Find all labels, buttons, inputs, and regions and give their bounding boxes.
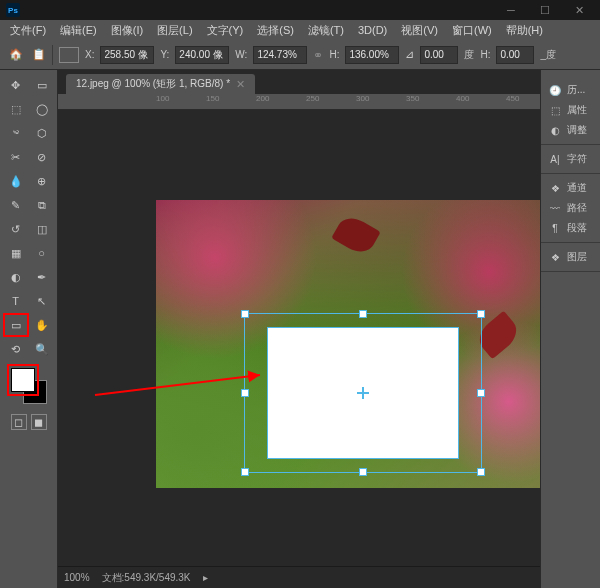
panel-paths[interactable]: 〰路径	[541, 198, 600, 218]
tool-blur[interactable]: ○	[30, 242, 54, 264]
menu-file[interactable]: 文件(F)	[4, 21, 52, 40]
ruler-tick: 400	[456, 94, 469, 103]
panel-channels[interactable]: ❖通道	[541, 178, 600, 198]
panel-label: 图层	[567, 250, 587, 264]
transform-bounding-box[interactable]	[244, 313, 482, 473]
angle-unit: 度	[464, 48, 474, 62]
h-label: H:	[329, 49, 339, 60]
layers-icon: ❖	[547, 250, 563, 264]
menubar: 文件(F) 编辑(E) 图像(I) 图层(L) 文字(Y) 选择(S) 滤镜(T…	[0, 20, 600, 40]
transform-anchor-icon[interactable]	[357, 387, 369, 399]
menu-type[interactable]: 文字(Y)	[201, 21, 250, 40]
x-input[interactable]	[100, 46, 154, 64]
tool-crop[interactable]: ✂	[4, 146, 28, 168]
tool-type[interactable]: T	[4, 290, 28, 312]
adjustments-icon: ◐	[547, 123, 563, 137]
doc-info: 文档:549.3K/549.3K	[102, 571, 191, 585]
ruler-tick: 250	[306, 94, 319, 103]
panel-label: 调整	[567, 123, 587, 137]
tool-clone[interactable]: ⧉	[30, 194, 54, 216]
panel-properties[interactable]: ⬚属性	[541, 100, 600, 120]
panel-paragraph[interactable]: ¶段落	[541, 218, 600, 238]
picker-icon[interactable]: 📋	[32, 48, 46, 61]
tool-poly-lasso[interactable]: ⬡	[30, 122, 54, 144]
panel-layers[interactable]: ❖图层	[541, 247, 600, 267]
transform-handle-tl[interactable]	[241, 310, 249, 318]
tool-eraser[interactable]: ◫	[30, 218, 54, 240]
transform-handle-bl[interactable]	[241, 468, 249, 476]
tool-ellipse-marquee[interactable]: ◯	[30, 98, 54, 120]
h-input[interactable]	[345, 46, 399, 64]
home-icon[interactable]: 🏠	[6, 45, 26, 65]
tool-dodge[interactable]: ◐	[4, 266, 28, 288]
angle-input[interactable]	[420, 46, 458, 64]
standard-mode-icon[interactable]: ◻	[11, 414, 27, 430]
options-bar: 🏠 📋 X: Y: W: ⚭ H: ⊿ 度 H: _度	[0, 40, 600, 70]
history-icon: 🕘	[547, 83, 563, 97]
tool-brush[interactable]: ✎	[4, 194, 28, 216]
menu-window[interactable]: 窗口(W)	[446, 21, 498, 40]
tool-spot-heal[interactable]: ⊕	[30, 170, 54, 192]
tool-rectangle[interactable]: ▭	[4, 314, 28, 336]
transform-handle-bc[interactable]	[359, 468, 367, 476]
properties-icon: ⬚	[547, 103, 563, 117]
tool-path-select[interactable]: ↖	[30, 290, 54, 312]
transform-handle-tc[interactable]	[359, 310, 367, 318]
menu-select[interactable]: 选择(S)	[251, 21, 300, 40]
transform-handle-br[interactable]	[477, 468, 485, 476]
menu-layer[interactable]: 图层(L)	[151, 21, 198, 40]
document-tab[interactable]: 12.jpeg @ 100% (矩形 1, RGB/8) * ✕	[66, 74, 255, 94]
divider	[52, 45, 53, 65]
tool-history-brush[interactable]: ↺	[4, 218, 28, 240]
menu-3d[interactable]: 3D(D)	[352, 22, 393, 38]
foreground-color-swatch[interactable]	[11, 368, 35, 392]
ruler-tick: 350	[406, 94, 419, 103]
close-tab-icon[interactable]: ✕	[236, 78, 245, 91]
tool-artboard[interactable]: ▭	[30, 74, 54, 96]
ruler-tick: 150	[206, 94, 219, 103]
link-wh-icon[interactable]: ⚭	[313, 48, 323, 62]
maximize-button[interactable]: ☐	[530, 1, 560, 19]
menu-view[interactable]: 视图(V)	[395, 21, 444, 40]
panel-adjustments[interactable]: ◐调整	[541, 120, 600, 140]
tool-lasso[interactable]: ༄	[4, 122, 28, 144]
tool-move[interactable]: ✥	[4, 74, 28, 96]
character-icon: A|	[547, 152, 563, 166]
info-dropdown-icon[interactable]: ▸	[203, 572, 208, 583]
minimize-button[interactable]: ─	[496, 1, 526, 19]
ruler-tick: 450	[506, 94, 519, 103]
tool-rotate[interactable]: ⟲	[4, 338, 28, 360]
transform-handle-mr[interactable]	[477, 389, 485, 397]
paragraph-icon: ¶	[547, 221, 563, 235]
tool-pen[interactable]: ✒	[30, 266, 54, 288]
angle-icon: ⊿	[405, 48, 414, 61]
w-input[interactable]	[253, 46, 307, 64]
tool-eyedropper[interactable]: 💧	[4, 170, 28, 192]
panel-history[interactable]: 🕘历...	[541, 80, 600, 100]
titlebar: Ps ─ ☐ ✕	[0, 0, 600, 20]
y-input[interactable]	[175, 46, 229, 64]
panel-character[interactable]: A|字符	[541, 149, 600, 169]
menu-filter[interactable]: 滤镜(T)	[302, 21, 350, 40]
tool-slice[interactable]: ⊘	[30, 146, 54, 168]
menu-edit[interactable]: 编辑(E)	[54, 21, 103, 40]
panel-label: 段落	[567, 221, 587, 235]
tool-hand[interactable]: ✋	[30, 314, 54, 336]
panel-label: 历...	[567, 83, 585, 97]
canvas-area: 12.jpeg @ 100% (矩形 1, RGB/8) * ✕ 100 150…	[58, 70, 540, 588]
tool-rect-marquee[interactable]: ⬚	[4, 98, 28, 120]
w-label: W:	[235, 49, 247, 60]
transform-handle-ml[interactable]	[241, 389, 249, 397]
zoom-level[interactable]: 100%	[64, 572, 90, 583]
close-button[interactable]: ✕	[564, 1, 594, 19]
shape-preview-icon[interactable]	[59, 47, 79, 63]
tool-gradient[interactable]: ▦	[4, 242, 28, 264]
transform-handle-tr[interactable]	[477, 310, 485, 318]
menu-help[interactable]: 帮助(H)	[500, 21, 549, 40]
quickmask-mode-icon[interactable]: ◼	[31, 414, 47, 430]
canvas-viewport[interactable]	[58, 110, 540, 566]
tool-zoom[interactable]: 🔍	[30, 338, 54, 360]
h2-input[interactable]	[496, 46, 534, 64]
menu-image[interactable]: 图像(I)	[105, 21, 149, 40]
ps-logo-icon: Ps	[6, 3, 20, 17]
